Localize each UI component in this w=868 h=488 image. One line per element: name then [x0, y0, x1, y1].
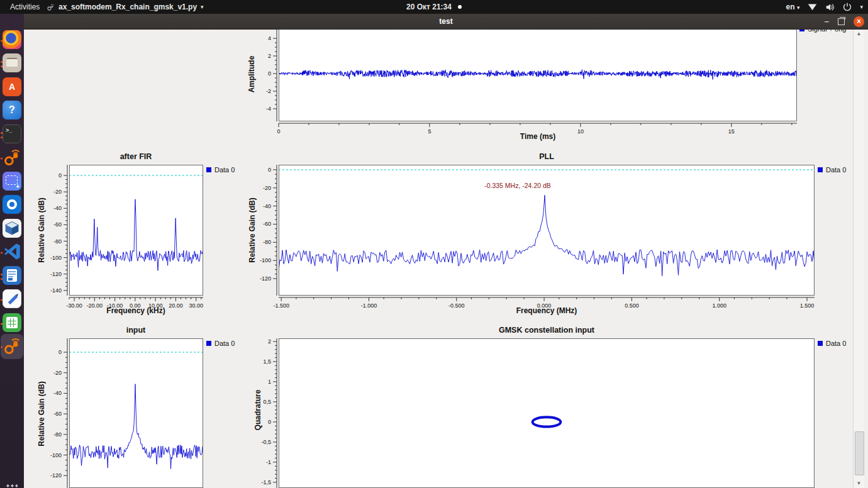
dock-item-files[interactable]	[0, 53, 24, 75]
ubuntu-software-icon: A	[3, 77, 21, 96]
minimize-button[interactable]: –	[825, 18, 829, 25]
x-tick-label: 1.000	[712, 302, 726, 309]
y-tick-label: -60	[53, 411, 62, 417]
activities-button[interactable]: Activities	[8, 0, 42, 14]
y-tick-label: -80	[53, 431, 62, 438]
gnuradio-icon	[3, 148, 21, 167]
dock-item-gnuradio[interactable]	[0, 147, 24, 170]
y-tick-label: -120	[260, 275, 271, 282]
terminal-icon: >_	[3, 125, 21, 143]
vscode-icon	[3, 242, 21, 261]
dock-item-virtualbox[interactable]	[0, 218, 24, 241]
y-tick-label: -140	[50, 287, 62, 294]
close-button[interactable]: ×	[854, 16, 864, 27]
dock-item-show-applications[interactable]	[0, 480, 24, 488]
chart-title-constellation: GMSK constellation input	[499, 326, 594, 335]
scrollbar-thumb[interactable]	[855, 431, 864, 475]
legend-input: Data 0	[206, 340, 235, 347]
x-tick-label: -20.00	[87, 302, 103, 309]
y-tick-label: -20	[263, 185, 271, 191]
y-tick-label: -1,5	[261, 479, 271, 485]
y-tick-label: 1	[268, 379, 271, 385]
dock: A ? >_ +	[0, 14, 24, 488]
volume-icon	[825, 3, 835, 11]
y-tick-label: 2	[268, 53, 271, 59]
focused-app-title: ax_softmodem_Rx_chain_gmsk_v1.py	[58, 0, 197, 14]
y-tick-label: -80	[263, 239, 271, 245]
plots-overlay[interactable]: 420-2-40510150-20-40-60-80-100-120-140-3…	[0, 0, 868, 488]
chart-title-after-fir: after FIR	[120, 152, 152, 161]
y-tick-label: -100	[260, 257, 271, 263]
vertical-scrollbar[interactable]: ▲ ▼	[853, 29, 864, 488]
blue-circle-app-icon	[3, 195, 21, 214]
dock-item-libreoffice-calc[interactable]	[0, 313, 24, 335]
y-tick-label: -80	[53, 238, 62, 245]
x-tick-label: -30.00	[66, 302, 82, 309]
dock-item-libreoffice-writer[interactable]	[0, 265, 24, 288]
pll-peak-annotation: -0.335 MHz, -24.20 dB	[484, 182, 551, 189]
dock-item-gnuradio-active[interactable]	[0, 336, 24, 358]
keyboard-layout-indicator[interactable]: en ▾	[786, 3, 800, 11]
dock-item-blue-circle-app[interactable]	[0, 194, 24, 217]
y-tick-label: 0	[268, 167, 271, 173]
y-tick-label: -20	[53, 370, 62, 376]
show-applications-icon	[6, 484, 18, 488]
legend-marker-icon	[818, 341, 823, 346]
y-tick-label: 0	[268, 419, 271, 425]
help-icon: ?	[3, 101, 21, 119]
top-bar: Activities ax_softmodem_Rx_chain_gmsk_v1…	[0, 0, 868, 14]
dock-item-ubuntu-software[interactable]: A	[0, 77, 24, 99]
y-tick-label: 4	[268, 35, 271, 42]
ylabel-amplitude: Amplitude	[247, 56, 256, 93]
system-tray[interactable]: en ▾ ▾	[786, 0, 863, 14]
x-tick-label: 30.00	[189, 302, 203, 309]
legend-marker-icon	[818, 167, 823, 172]
dock-item-screenshot-tool[interactable]: +	[0, 171, 24, 194]
chevron-down-icon: ▾	[797, 4, 800, 11]
ylabel-gain-fir: Relative Gain (dB)	[37, 197, 46, 262]
window-titlebar[interactable]: test – ×	[24, 14, 868, 30]
y-tick-label: -40	[263, 203, 271, 209]
y-tick-label: -120	[50, 271, 62, 277]
power-icon	[843, 3, 852, 11]
y-tick-label: -2	[266, 88, 271, 94]
dock-item-vscode[interactable]	[0, 241, 24, 264]
app-menu[interactable]: ax_softmodem_Rx_chain_gmsk_v1.py ▾	[47, 0, 204, 14]
y-tick-label: -60	[263, 221, 271, 227]
y-tick-label: -120	[50, 472, 62, 479]
scroll-down-icon[interactable]: ▼	[854, 480, 864, 486]
scroll-up-icon[interactable]: ▲	[854, 31, 864, 36]
restore-button[interactable]	[838, 18, 845, 25]
legend-pll: Data 0	[818, 166, 846, 174]
chevron-down-icon: ▾	[860, 4, 863, 10]
libreoffice-writer-icon	[3, 266, 21, 285]
xlabel-freq-khz: Frequency (kHz)	[106, 306, 165, 315]
firefox-icon	[3, 30, 21, 49]
legend-after-fir: Data 0	[206, 166, 235, 174]
clock[interactable]: 20 Окт 21:34	[406, 0, 462, 14]
files-icon	[3, 53, 21, 72]
x-tick-label: 1.500	[800, 302, 815, 309]
dock-item-text-editor[interactable]	[0, 289, 24, 311]
dock-item-help[interactable]: ?	[0, 100, 24, 123]
text-editor-icon	[3, 289, 21, 308]
dock-item-terminal[interactable]: >_	[0, 124, 24, 147]
y-tick-label: 2	[268, 338, 271, 345]
ylabel-quadrature: Quadrature	[253, 390, 262, 431]
y-tick-label: -4	[266, 106, 271, 112]
y-tick-label: -100	[50, 452, 62, 458]
x-tick-label: 20.00	[169, 302, 183, 309]
y-tick-label: -40	[53, 205, 62, 211]
y-tick-label: 0	[58, 349, 62, 355]
ylabel-gain-input: Relative Gain (dB)	[37, 381, 46, 446]
screenshot-tool-icon: +	[3, 172, 21, 191]
x-tick-label: -1.000	[361, 302, 377, 309]
virtualbox-icon	[3, 219, 21, 238]
chevron-down-icon: ▾	[201, 0, 204, 14]
dock-item-firefox[interactable]	[0, 30, 24, 52]
y-tick-label: -100	[50, 255, 62, 261]
y-tick-label: -1	[266, 459, 271, 465]
constellation-plot-canvas[interactable]	[279, 338, 815, 488]
x-tick-label: 10	[577, 128, 584, 135]
legend-marker-icon	[206, 167, 211, 172]
